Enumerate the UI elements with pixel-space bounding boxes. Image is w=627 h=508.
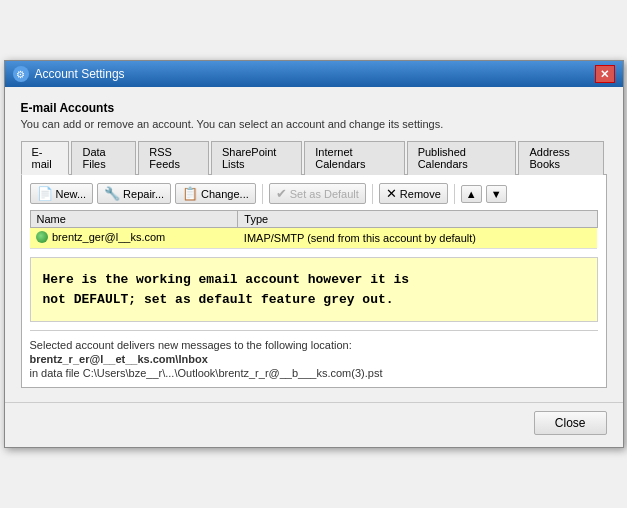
tab-bar: E-mail Data Files RSS Feeds SharePoint L…	[21, 140, 607, 175]
toolbar-separator2	[372, 184, 373, 204]
new-icon: 📄	[37, 186, 53, 201]
title-bar-left: ⚙ Account Settings	[13, 66, 125, 82]
account-type-cell: IMAP/SMTP (send from this account by def…	[238, 228, 597, 249]
section-title: E-mail Accounts	[21, 101, 607, 115]
close-button[interactable]: Close	[534, 411, 607, 435]
main-content: E-mail Accounts You can add or remove an…	[5, 87, 623, 402]
tab-email-content: 📄 New... 🔧 Repair... 📋 Change... ✔ Set a…	[21, 175, 607, 388]
col-type-header: Type	[238, 211, 597, 228]
setdefault-icon: ✔	[276, 186, 287, 201]
remove-icon: ✕	[386, 186, 397, 201]
tab-addressbooks[interactable]: Address Books	[518, 141, 604, 175]
toolbar-separator3	[454, 184, 455, 204]
tab-rssfeeds[interactable]: RSS Feeds	[138, 141, 209, 175]
new-button[interactable]: 📄 New...	[30, 183, 94, 204]
account-name: brentz_ger@l__ks.com	[52, 231, 165, 243]
account-settings-window: ⚙ Account Settings ✕ E-mail Accounts You…	[4, 60, 624, 448]
annotation-line1: Here is the working email account howeve…	[43, 270, 585, 290]
info-path: brentz_r_er@l__et__ks.com\Inbox	[30, 353, 598, 365]
move-down-button[interactable]: ▼	[486, 185, 507, 203]
annotation-box: Here is the working email account howeve…	[30, 257, 598, 322]
change-label: Change...	[201, 188, 249, 200]
info-file: in data file C:\Users\bze__r\...\Outlook…	[30, 367, 598, 379]
repair-button[interactable]: 🔧 Repair...	[97, 183, 171, 204]
move-up-button[interactable]: ▲	[461, 185, 482, 203]
window-icon: ⚙	[13, 66, 29, 82]
col-name-header: Name	[30, 211, 238, 228]
tab-sharepoint[interactable]: SharePoint Lists	[211, 141, 302, 175]
tab-publishedcal[interactable]: Published Calendars	[407, 141, 517, 175]
setdefault-button[interactable]: ✔ Set as Default	[269, 183, 366, 204]
toolbar-separator	[262, 184, 263, 204]
info-label: Selected account delivers new messages t…	[30, 339, 598, 351]
section-desc: You can add or remove an account. You ca…	[21, 118, 607, 130]
change-icon: 📋	[182, 186, 198, 201]
setdefault-label: Set as Default	[290, 188, 359, 200]
footer: Close	[5, 402, 623, 447]
tab-internetcal[interactable]: Internet Calendars	[304, 141, 404, 175]
repair-label: Repair...	[123, 188, 164, 200]
info-section: Selected account delivers new messages t…	[30, 330, 598, 379]
remove-button[interactable]: ✕ Remove	[379, 183, 448, 204]
accounts-table: Name Type brentz_ger@l__ks.com IMAP/SMTP…	[30, 210, 598, 249]
remove-label: Remove	[400, 188, 441, 200]
tab-email[interactable]: E-mail	[21, 141, 70, 175]
window-title: Account Settings	[35, 67, 125, 81]
account-icon-group: brentz_ger@l__ks.com	[36, 231, 165, 243]
account-status-icon	[36, 231, 48, 243]
tab-datafiles[interactable]: Data Files	[71, 141, 136, 175]
new-label: New...	[56, 188, 87, 200]
annotation-line2: not DEFAULT; set as default feature grey…	[43, 290, 585, 310]
accounts-toolbar: 📄 New... 🔧 Repair... 📋 Change... ✔ Set a…	[30, 183, 598, 204]
window-close-button[interactable]: ✕	[595, 65, 615, 83]
repair-icon: 🔧	[104, 186, 120, 201]
table-row[interactable]: brentz_ger@l__ks.com IMAP/SMTP (send fro…	[30, 228, 597, 249]
account-name-cell: brentz_ger@l__ks.com	[30, 228, 238, 249]
change-button[interactable]: 📋 Change...	[175, 183, 256, 204]
title-bar: ⚙ Account Settings ✕	[5, 61, 623, 87]
